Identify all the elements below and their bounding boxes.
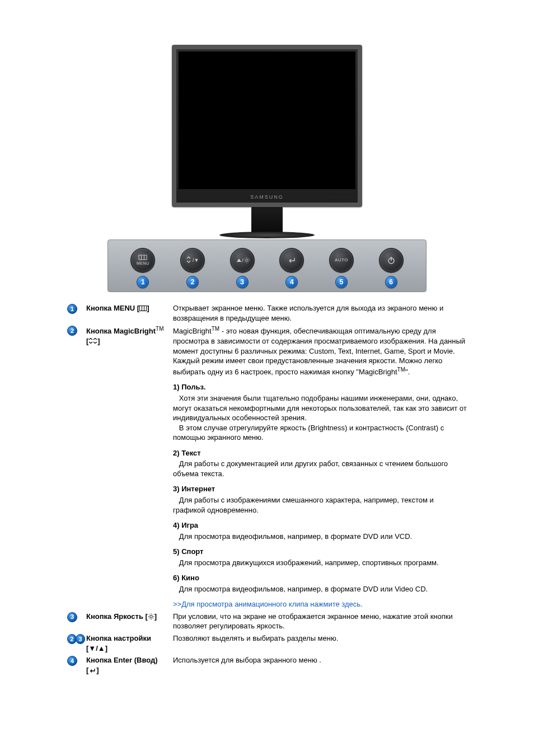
desc-menu: Открывает экранное меню. Также используе…	[173, 303, 467, 323]
panel-num-4: 4	[285, 276, 298, 288]
mode-2-title: 2) Текст	[173, 448, 467, 458]
badge-1: 1	[67, 304, 77, 314]
monitor-screen	[179, 51, 355, 189]
mode-1-body2-t: В этом случае отрегулируйте яркость (Bri…	[173, 424, 444, 442]
svg-point-5	[245, 259, 247, 261]
svg-line-10	[245, 258, 245, 259]
tm-3: TM	[397, 367, 405, 373]
mode-4-title: 4) Игра	[173, 520, 467, 530]
badge-3b: 3	[76, 634, 85, 644]
mode-3-title: 3) Интернет	[173, 484, 467, 494]
label-mb-bracket-close: ]	[97, 337, 100, 345]
mb-down-button-icon: /▼	[180, 248, 205, 273]
row-menu: 1 Кнопка MENU [] Открывает экранное меню…	[67, 303, 467, 323]
label-menu: Кнопка MENU []	[86, 303, 173, 313]
row-brightness: 3 Кнопка Яркость [] При условии, что на …	[67, 612, 467, 631]
modes-list: 1) Польз. Хотя эти значения были тщатель…	[173, 382, 467, 594]
label-adjust-text: Кнопка настройки	[86, 634, 151, 642]
desc-adjust: Позволяют выделять и выбирать разделы ме…	[173, 633, 467, 644]
panel-btn-enter: 4	[275, 248, 308, 288]
svg-text:/▼: /▼	[193, 257, 199, 263]
panel-num-3: 3	[236, 276, 249, 288]
mode-5-title: 5) Спорт	[173, 547, 467, 557]
svg-text:/: /	[242, 258, 243, 264]
mode-4: 4) Игра Для просмотра видеофильмов, напр…	[173, 520, 467, 541]
menu-button-icon: MENU	[130, 248, 155, 273]
panel-btn-auto: AUTO 5	[325, 248, 358, 288]
mode-2: 2) Текст Для работы с документацией или …	[173, 448, 467, 479]
label-menu-text: Кнопка MENU [	[86, 304, 139, 312]
panel-btn-menu: MENU 1	[126, 248, 160, 288]
tm-2: TM	[212, 326, 219, 332]
svg-line-12	[248, 258, 249, 259]
monitor-stand-base	[219, 232, 315, 238]
tm-1: TM	[156, 326, 163, 332]
label-adjust-bracket: [▼/▲]	[86, 644, 107, 652]
brightness-icon	[148, 613, 154, 620]
monitor-frame: SAMSUNG · · · · · ·	[172, 45, 362, 207]
label-adjust: Кнопка настройки [▼/▲]	[86, 633, 173, 653]
mode-5: 5) Спорт Для просмотра движущихся изобра…	[173, 547, 467, 567]
badge-4: 4	[67, 656, 77, 666]
enter-icon	[88, 668, 96, 674]
enter-button-icon	[279, 248, 304, 273]
description-table: 1 Кнопка MENU [] Открывает экранное меню…	[67, 303, 467, 675]
monitor-stand-neck	[251, 206, 283, 234]
auto-button-icon: AUTO	[329, 248, 354, 273]
svg-line-26	[153, 614, 153, 615]
label-bright-suffix: ]	[154, 612, 157, 621]
row-adjust: 23 Кнопка настройки [▼/▲] Позволяют выде…	[67, 633, 467, 653]
svg-rect-16	[140, 306, 147, 311]
label-menu-suffix: ]	[147, 304, 149, 312]
badge-3: 3	[67, 612, 77, 622]
menu-button-label: MENU	[137, 261, 149, 266]
label-enter: Кнопка Enter (Ввод) []	[86, 655, 173, 675]
mode-6-title: 6) Кино	[173, 573, 467, 583]
up-bright-button-icon: /	[230, 248, 255, 273]
label-bright-text: Кнопка Яркость [	[86, 612, 148, 621]
desc-magicbright: MagicBrightTM - это новая функция, обесп…	[173, 325, 467, 609]
panel-num-6: 6	[385, 276, 397, 288]
button-panel: MENU 1 /▼ 2 / 3	[107, 240, 427, 292]
monitor-indicators: · · · · · ·	[329, 195, 351, 199]
desc-mb-3: ".	[405, 368, 410, 376]
row-magicbright: 2 Кнопка MagicBrightTM [] MagicBrightTM …	[67, 325, 467, 609]
animation-link[interactable]: >>Для просмотра анимационного клипа нажм…	[173, 599, 467, 609]
mode-6: 6) Кино Для просмотра видеофильмов, напр…	[173, 573, 467, 594]
panel-num-2: 2	[186, 276, 199, 288]
mode-5-body: Для просмотра движущихся изображений, на…	[179, 558, 439, 567]
mode-1-body1-t: Хотя эти значения были тщательно подобра…	[173, 394, 467, 422]
mode-6-body: Для просмотра видеофильмов, например, в …	[179, 585, 428, 593]
mode-2-body: Для работы с документацией или других ра…	[173, 459, 448, 478]
label-mb-prefix: Кнопка MagicBright	[86, 327, 156, 335]
svg-line-13	[245, 262, 245, 262]
row-enter: 4 Кнопка Enter (Ввод) [] Используется дл…	[67, 655, 467, 675]
svg-rect-0	[139, 255, 147, 260]
power-button-icon	[379, 248, 404, 273]
mode-1: 1) Польз. Хотя эти значения были тщатель…	[173, 382, 467, 442]
svg-line-25	[153, 618, 153, 619]
auto-button-label: AUTO	[335, 257, 348, 264]
badge-2: 2	[67, 326, 77, 336]
label-magicbright: Кнопка MagicBrightTM []	[86, 325, 173, 346]
svg-line-27	[149, 618, 149, 619]
panel-num-1: 1	[137, 276, 149, 288]
desc-enter: Используется для выбора экранного меню .	[173, 655, 467, 665]
panel-num-5: 5	[335, 276, 348, 288]
svg-point-19	[150, 616, 153, 618]
mode-3-body: Для работы с изображениями смешанного ха…	[173, 496, 434, 514]
panel-btn-mb: /▼ 2	[176, 248, 209, 288]
desc-mb-2: - это новая функция, обеспечивающая опти…	[173, 327, 465, 376]
label-enter-close: ]	[96, 666, 99, 674]
mode-4-body: Для просмотра видеофильмов, например, в …	[179, 532, 412, 541]
svg-line-24	[149, 614, 149, 615]
panel-btn-power: 6	[374, 248, 408, 288]
panel-btn-up-bright: / 3	[226, 248, 259, 288]
desc-mb-1: MagicBright	[173, 327, 212, 335]
mode-1-title: 1) Польз.	[173, 382, 467, 392]
mode-3: 3) Интернет Для работы с изображениями с…	[173, 484, 467, 515]
monitor-illustration: SAMSUNG · · · · · ·	[67, 45, 467, 238]
desc-brightness: При условии, что на экране не отображает…	[173, 612, 467, 631]
label-enter-text: Кнопка Enter (Ввод)	[86, 656, 158, 664]
svg-line-11	[248, 262, 249, 262]
